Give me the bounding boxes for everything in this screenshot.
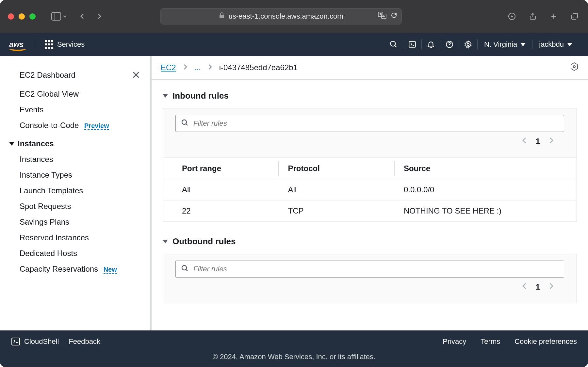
caret-down-icon <box>163 240 168 243</box>
next-page-button[interactable] <box>548 136 554 146</box>
minimize-window-button[interactable] <box>19 13 25 20</box>
svg-rect-15 <box>12 338 20 345</box>
svg-rect-7 <box>573 13 578 18</box>
terms-link[interactable]: Terms <box>481 337 500 346</box>
notifications-icon[interactable] <box>422 38 440 51</box>
inbound-rules-panel: 1 Port range Protocol Source A <box>163 108 577 222</box>
col-port-range[interactable]: Port range <box>163 158 279 179</box>
svg-point-8 <box>390 41 395 46</box>
col-protocol[interactable]: Protocol <box>279 158 394 179</box>
translate-icon[interactable] <box>378 12 386 21</box>
chevron-down-icon <box>567 43 572 46</box>
caret-down-icon <box>163 94 168 98</box>
sidebar-item-dedicated-hosts[interactable]: Dedicated Hosts <box>9 246 144 261</box>
help-icon[interactable] <box>440 38 459 51</box>
prev-page-button[interactable] <box>521 282 527 292</box>
browser-back-button[interactable] <box>77 11 88 22</box>
search-icon <box>181 264 189 274</box>
url-text: us-east-1.console.aws.amazon.com <box>229 12 343 21</box>
outbound-filter-input[interactable] <box>175 261 564 278</box>
next-page-button[interactable] <box>548 282 554 292</box>
url-bar[interactable]: us-east-1.console.aws.amazon.com <box>160 8 402 24</box>
downloads-icon[interactable] <box>506 11 517 22</box>
svg-rect-0 <box>52 12 61 20</box>
sidebar-item-savings-plans[interactable]: Savings Plans <box>9 214 144 230</box>
new-tab-icon[interactable] <box>548 11 559 22</box>
inbound-filter-field[interactable] <box>193 119 559 128</box>
preview-badge: Preview <box>84 122 109 130</box>
window-controls <box>8 13 36 20</box>
col-source[interactable]: Source <box>395 158 577 179</box>
svg-rect-4 <box>382 14 386 19</box>
account-menu[interactable]: jackbdu <box>532 40 579 49</box>
search-icon[interactable] <box>384 38 403 51</box>
lock-icon <box>219 12 225 21</box>
aws-top-nav: aws Services N. Virginia jackbdu <box>0 33 588 56</box>
sidebar-item-events[interactable]: Events <box>9 102 144 118</box>
reload-icon[interactable] <box>390 12 398 21</box>
chevron-right-icon <box>183 63 188 72</box>
services-label: Services <box>57 40 85 49</box>
sidebar-item-instances[interactable]: Instances <box>9 152 144 167</box>
outbound-filter-field[interactable] <box>193 265 559 273</box>
services-menu[interactable]: Services <box>45 40 85 49</box>
cloudshell-icon[interactable] <box>403 38 421 51</box>
breadcrumb-root[interactable]: EC2 <box>161 63 176 72</box>
browser-chrome: us-east-1.console.aws.amazon.com <box>0 0 588 33</box>
region-label: N. Virginia <box>484 40 517 49</box>
sidebar-item-instance-types[interactable]: Instance Types <box>9 167 144 183</box>
breadcrumb-ellipsis[interactable]: ... <box>194 63 201 72</box>
caret-down-icon <box>9 142 14 146</box>
sidebar-item-reserved-instances[interactable]: Reserved Instances <box>9 230 144 246</box>
browser-sidebar-toggle[interactable] <box>51 12 67 21</box>
grid-icon <box>45 40 53 49</box>
browser-forward-button[interactable] <box>94 11 105 22</box>
breadcrumb-current: i-0437485edd7ea62b1 <box>219 63 298 72</box>
sidebar-item-console-to-code[interactable]: Console-to-Code Preview <box>9 118 144 133</box>
region-selector[interactable]: N. Virginia <box>478 40 532 49</box>
maximize-window-button[interactable] <box>29 13 36 20</box>
svg-point-12 <box>573 66 575 68</box>
outbound-rules-header[interactable]: Outbound rules <box>163 232 577 254</box>
aws-footer: CloudShell Feedback Privacy Terms Cookie… <box>0 330 588 367</box>
close-window-button[interactable] <box>8 13 14 20</box>
sidebar-item-ec2-dashboard[interactable]: EC2 Dashboard <box>9 67 75 83</box>
cloudshell-button[interactable]: CloudShell <box>11 337 59 346</box>
sidebar-item-ec2-global-view[interactable]: EC2 Global View <box>9 86 144 102</box>
inbound-rules-header[interactable]: Inbound rules <box>163 86 577 108</box>
table-row[interactable]: All All 0.0.0.0/0 <box>163 179 577 200</box>
feedback-link[interactable]: Feedback <box>69 337 100 346</box>
inbound-pager: 1 <box>175 132 564 151</box>
inbound-filter-input[interactable] <box>175 115 564 132</box>
cookie-preferences-link[interactable]: Cookie preferences <box>514 337 577 346</box>
chevron-down-icon <box>520 43 526 46</box>
privacy-link[interactable]: Privacy <box>443 337 466 346</box>
sidebar-section-instances[interactable]: Instances <box>9 133 144 152</box>
table-row[interactable]: 22 TCP NOTHING TO SEE HERE :) <box>163 200 577 222</box>
svg-point-14 <box>182 265 187 270</box>
aws-logo[interactable]: aws <box>9 40 24 49</box>
page-number: 1 <box>536 282 540 292</box>
prev-page-button[interactable] <box>521 136 527 146</box>
ec2-sidebar: EC2 Dashboard ✕ EC2 Global View Events C… <box>0 56 152 330</box>
search-icon <box>181 119 189 128</box>
svg-point-13 <box>182 120 187 124</box>
share-icon[interactable] <box>527 11 538 22</box>
svg-rect-2 <box>220 15 224 18</box>
sidebar-item-capacity-reservations[interactable]: Capacity Reservations New <box>9 261 144 277</box>
breadcrumb: EC2 ... i-0437485edd7ea62b1 <box>152 56 588 80</box>
svg-point-11 <box>467 43 469 46</box>
inbound-rules-table: Port range Protocol Source All All 0.0.0… <box>163 158 577 222</box>
outbound-pager: 1 <box>175 278 564 296</box>
resource-groups-icon[interactable] <box>570 62 579 73</box>
tabs-icon[interactable] <box>569 11 580 22</box>
outbound-rules-panel: 1 <box>163 254 577 303</box>
user-label: jackbdu <box>539 40 564 49</box>
sidebar-item-spot-requests[interactable]: Spot Requests <box>9 199 144 214</box>
chevron-right-icon <box>207 63 213 72</box>
new-badge: New <box>104 266 117 274</box>
close-sidebar-button[interactable]: ✕ <box>132 69 144 81</box>
sidebar-item-launch-templates[interactable]: Launch Templates <box>9 183 144 199</box>
copyright: © 2024, Amazon Web Services, Inc. or its… <box>0 353 588 367</box>
settings-icon[interactable] <box>459 38 477 51</box>
